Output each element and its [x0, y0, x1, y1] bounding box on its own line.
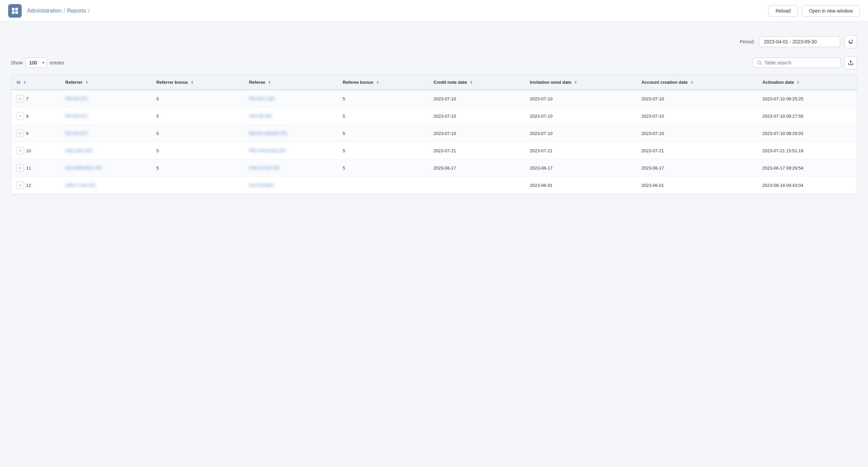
col-header-referee[interactable]: Referee ⇕ — [243, 75, 337, 90]
sort-icon-activation-date: ⇕ — [796, 80, 800, 85]
cell-account-creation-date: 2023-06-01 — [636, 177, 757, 194]
open-new-window-button[interactable]: Open in new window — [802, 5, 860, 17]
svg-rect-3 — [15, 11, 18, 14]
cell-activation-date: 2023-07-10 08:29:03 — [757, 125, 857, 142]
expand-button[interactable]: > — [17, 147, 24, 154]
col-header-account-creation-date[interactable]: Account creation date ⇕ — [636, 75, 757, 90]
cell-activation-date: 2023-08-18 09:43:04 — [757, 177, 857, 194]
breadcrumb-sep-2: / — [88, 8, 90, 14]
cell-referrer: Ref test (47) — [60, 90, 151, 108]
cell-referrer-bonus: 5 — [151, 90, 243, 108]
header-left: Administration / Reports / — [8, 4, 90, 18]
svg-rect-0 — [12, 8, 15, 11]
period-input[interactable] — [759, 36, 840, 47]
cell-id: > 7 — [11, 90, 60, 108]
refresh-icon-button[interactable] — [844, 35, 857, 48]
svg-line-5 — [761, 64, 762, 65]
cell-account-creation-date: 2023-07-10 — [636, 125, 757, 142]
col-header-referrer[interactable]: Referrer ⇕ — [60, 75, 151, 90]
col-header-activation-date[interactable]: Activation date ⇕ — [757, 75, 857, 90]
cell-activation-date: 2023-08-17 09:29:54 — [757, 159, 857, 177]
entries-select-wrapper: 100 25 50 200 — [25, 58, 47, 68]
search-input[interactable] — [765, 60, 836, 65]
cell-referee-bonus — [337, 177, 428, 194]
col-header-credit-note-date[interactable]: Credit note date ⇕ — [428, 75, 524, 90]
expand-button[interactable]: > — [17, 95, 24, 102]
table-row: > 8 Ref test (47)5Jean-Mi (48)52023-07-1… — [11, 108, 857, 125]
cell-id: > 9 — [11, 125, 60, 142]
sort-icon-account-creation-date: ⇕ — [690, 80, 693, 85]
cell-credit-note-date — [428, 177, 524, 194]
sort-icon-referee-bonus: ⇕ — [376, 80, 379, 85]
breadcrumb: Administration / Reports / — [27, 8, 90, 14]
referrer-link[interactable]: body apes (43) — [65, 148, 93, 153]
cell-referee: Ref test 2 (46) — [243, 90, 337, 108]
referrer-link[interactable]: test testification (44) — [65, 166, 102, 170]
cell-referrer-bonus: 5 — [151, 159, 243, 177]
referee-link[interactable]: Ref test 2 (46) — [249, 96, 275, 101]
cell-referrer-bonus: 5 — [151, 125, 243, 142]
cell-referee: Jean-Mi (48) — [243, 108, 337, 125]
col-header-referee-bonus[interactable]: Referee bonus ⇕ — [337, 75, 428, 90]
cell-activation-date: 2023-07-21 15:51:18 — [757, 142, 857, 159]
cell-referee-bonus: 5 — [337, 90, 428, 108]
entries-label: entries — [50, 60, 64, 65]
referee-link[interactable]: Jean-Mi (48) — [249, 114, 272, 118]
referee-link[interactable]: MyUser yoilyolyi (76) — [249, 131, 287, 136]
cell-account-creation-date: 2023-07-21 — [636, 142, 757, 159]
expand-button[interactable]: > — [17, 112, 24, 120]
breadcrumb-sep-1: / — [63, 8, 65, 14]
cell-referrer: test testification (44) — [60, 159, 151, 177]
cell-referee-bonus: 5 — [337, 159, 428, 177]
show-label: Show — [11, 60, 23, 65]
cell-account-creation-date: 2023-07-10 — [636, 90, 757, 108]
referrer-link[interactable]: Ref test (47) — [65, 131, 88, 136]
expand-button[interactable]: > — [17, 130, 24, 137]
entries-select[interactable]: 100 25 50 200 — [25, 58, 47, 68]
referrer-link[interactable]: Ref test (47) — [65, 114, 88, 118]
cell-referee-bonus: 5 — [337, 142, 428, 159]
cell-id: > 8 — [11, 108, 60, 125]
cell-referrer: pablo is bae (41) — [60, 177, 151, 194]
cell-referee: tester je test (54) — [243, 159, 337, 177]
expand-button[interactable]: > — [17, 164, 24, 172]
export-icon-button[interactable] — [844, 56, 857, 69]
cell-referee-bonus: 5 — [337, 108, 428, 125]
referrer-link[interactable]: Ref test (47) — [65, 96, 88, 101]
sort-icon-invitation-send-date: ⇕ — [574, 80, 577, 85]
reload-button[interactable]: Reload — [768, 5, 797, 17]
referee-link[interactable]: Nikoì Karemsky (62) — [249, 148, 286, 153]
table-row: > 12 pablo is bae (41)test Examplel2023-… — [11, 177, 857, 194]
row-id: 8 — [26, 114, 28, 119]
col-header-invitation-send-date[interactable]: Invitation send date ⇕ — [525, 75, 636, 90]
referrer-link[interactable]: pablo is bae (41) — [65, 183, 96, 188]
svg-rect-1 — [15, 8, 18, 11]
sort-icon-referrer-bonus: ⇕ — [191, 80, 194, 85]
table-row: > 7 Ref test (47)5Ref test 2 (46)52023-0… — [11, 90, 857, 108]
row-id: 9 — [26, 131, 28, 136]
cell-referrer-bonus — [151, 177, 243, 194]
cell-referee: MyUser yoilyolyi (76) — [243, 125, 337, 142]
col-header-id[interactable]: Id ⇕ — [11, 75, 60, 90]
cell-referee: Nikoì Karemsky (62) — [243, 142, 337, 159]
period-label: Period: — [740, 39, 755, 44]
col-header-referrer-bonus[interactable]: Referrer bonus ⇕ — [151, 75, 243, 90]
cell-referrer: Ref test (47) — [60, 108, 151, 125]
breadcrumb-admin[interactable]: Administration — [27, 8, 61, 14]
cell-invitation-send-date: 2023-06-01 — [525, 177, 636, 194]
svg-rect-2 — [12, 11, 15, 14]
cell-id: > 12 — [11, 177, 60, 194]
cell-activation-date: 2023-07-10 08:27:58 — [757, 108, 857, 125]
referee-link[interactable]: tester je test (54) — [249, 166, 279, 170]
app-icon — [8, 4, 22, 18]
cell-invitation-send-date: 2023-08-17 — [525, 159, 636, 177]
cell-invitation-send-date: 2023-07-21 — [525, 142, 636, 159]
cell-invitation-send-date: 2023-07-10 — [525, 90, 636, 108]
expand-button[interactable]: > — [17, 181, 24, 189]
referee-link[interactable]: test Examplel — [249, 183, 273, 188]
cell-account-creation-date: 2023-08-17 — [636, 159, 757, 177]
breadcrumb-reports[interactable]: Reports — [67, 8, 86, 14]
referral-table: Id ⇕ Referrer ⇕ Referrer bonus ⇕ Referee… — [11, 75, 857, 194]
search-export-group — [753, 56, 857, 69]
sort-icon-referee: ⇕ — [268, 80, 271, 85]
